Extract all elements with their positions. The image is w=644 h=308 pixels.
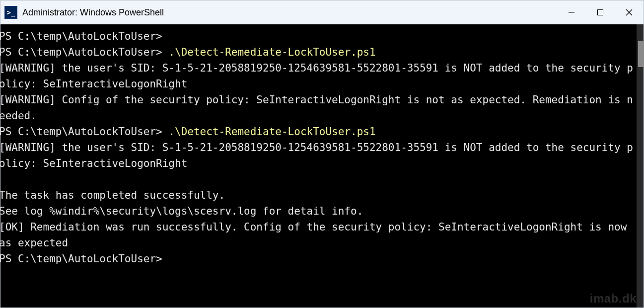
- command-text: .\Detect-Remediate-LockToUser.ps1: [168, 46, 375, 58]
- output-line: [WARNING] Config of the security policy:…: [0, 92, 635, 124]
- svg-rect-1: [598, 10, 603, 15]
- vertical-scrollbar[interactable]: [637, 24, 644, 308]
- scrollbar-thumb[interactable]: [638, 41, 644, 67]
- terminal-output[interactable]: PS C:\temp\AutoLockToUser>PS C:\temp\Aut…: [0, 24, 637, 308]
- minimize-button[interactable]: [557, 0, 586, 24]
- close-button[interactable]: [615, 0, 644, 24]
- output-line: [OK] Remediation was run successfully. C…: [0, 219, 635, 251]
- terminal-area: PS C:\temp\AutoLockToUser>PS C:\temp\Aut…: [0, 24, 644, 308]
- prompt: PS C:\temp\AutoLockToUser>: [0, 253, 162, 265]
- output-line: See log %windir%\security\logs\scesrv.lo…: [0, 203, 635, 219]
- output-line: [WARNING] the user's SID: S-1-5-21-20588…: [0, 140, 635, 171]
- maximize-icon: [597, 9, 604, 16]
- powershell-window: >_ Administrator: Windows PowerShell PS …: [0, 0, 644, 308]
- window-title: Administrator: Windows PowerShell: [22, 7, 164, 18]
- titlebar[interactable]: >_ Administrator: Windows PowerShell: [0, 0, 644, 24]
- prompt: PS C:\temp\AutoLockToUser>: [0, 30, 162, 42]
- powershell-icon: >_: [4, 6, 17, 19]
- maximize-button[interactable]: [586, 0, 615, 24]
- prompt: PS C:\temp\AutoLockToUser>: [0, 46, 162, 58]
- powershell-icon-glyph: >_: [7, 8, 15, 16]
- close-icon: [626, 9, 633, 16]
- minimize-icon: [568, 9, 575, 16]
- output-line: The task has completed successfully.: [0, 187, 635, 203]
- output-line: [WARNING] the user's SID: S-1-5-21-20588…: [0, 60, 635, 92]
- output-line: [0, 171, 635, 187]
- prompt: PS C:\temp\AutoLockToUser>: [0, 126, 162, 138]
- command-text: .\Detect-Remediate-LockToUser.ps1: [168, 126, 375, 138]
